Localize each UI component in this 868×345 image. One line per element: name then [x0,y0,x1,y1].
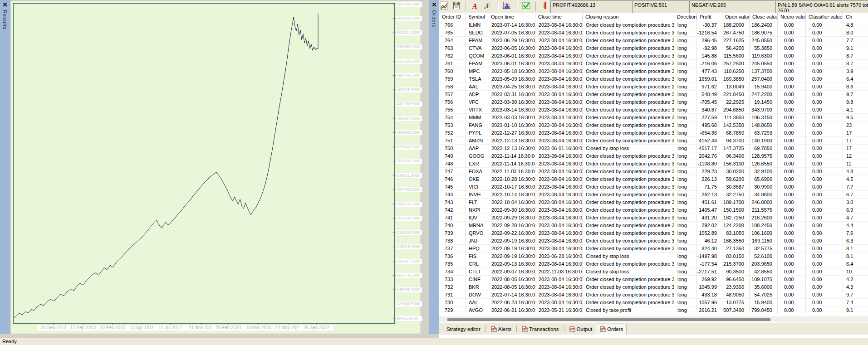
table-row[interactable]: 747FOXA2022-11-03 16:30:002023-08-04 16:… [439,168,868,175]
table-row[interactable]: 743FLT2022-10-04 16:30:002023-08-04 16:3… [439,199,868,206]
tab-alerts[interactable]: DOCAlerts [487,325,515,334]
table-row[interactable]: 763CTVA2023-06-05 16:30:002023-08-04 16:… [439,44,868,52]
cell-order-id: 765 [439,29,466,37]
column-header-ch[interactable]: Ch [843,13,868,21]
table-row[interactable]: 730AAL2022-06-23 16:30:002023-08-04 16:3… [439,299,868,306]
table-row[interactable]: 765SEDG2023-07-05 16:30:002023-08-04 16:… [439,29,868,37]
cell-close-value: 15.9400 [750,83,778,91]
table-row[interactable]: 755VRTX2023-03-14 16:30:002023-08-04 16:… [439,106,868,114]
save-icon[interactable] [452,1,462,11]
tab-strategy-editor[interactable]: Strategy editor [443,325,484,334]
table-row[interactable]: 759TSLA2023-05-09 16:30:002023-08-04 16:… [439,75,868,83]
cell-close-time: 2023-08-04 16:30:00 [535,214,583,222]
results-chart-icon[interactable] [440,1,450,11]
table-check-icon[interactable] [522,1,532,11]
letter-a-icon[interactable]: A [471,1,481,11]
cell-open-value: 27.1350 [722,245,750,253]
column-header-open-time[interactable]: Open time [488,13,535,21]
table-row[interactable]: 734CTLT2022-09-07 16:30:002022-11-03 16:… [439,268,868,276]
column-header-profit[interactable]: Profit [697,13,722,21]
column-header-close-time[interactable]: Close time [535,13,583,21]
cell-open-value: 294.6850 [722,106,750,114]
cell-symbol: EXR [466,160,488,168]
cell-ch: 12 [843,152,868,160]
cell-symbol: EPAM [466,37,488,44]
table-row[interactable]: 746OKE2022-10-28 16:30:002023-08-04 16:3… [439,175,868,183]
table-row[interactable]: 737HPQ2022-09-19 16:30:002023-08-04 16:3… [439,245,868,253]
table-row[interactable]: 762QCOM2023-06-01 16:30:002023-08-04 16:… [439,52,868,60]
cell-neuro-value: 0.00 [778,222,806,229]
table-row[interactable]: 733CINF2022-08-05 16:30:002023-08-04 16:… [439,276,868,283]
cell-ch: 4.8 [843,21,868,29]
cell-close-time: 2023-08-04 16:30:00 [535,68,583,75]
column-header-classifier-value[interactable]: Classifier value [806,13,843,21]
table-row[interactable]: 756VFC2023-03-30 16:30:002023-08-04 16:3… [439,98,868,106]
table-row[interactable]: 766ILMN2023-07-14 16:30:002023-08-04 16:… [439,21,868,29]
cell-open-time: 2023-06-05 16:30:00 [488,44,535,52]
histogram-icon[interactable] [502,1,512,11]
x-axis-label: 26 Sep 2022 [299,325,333,330]
close-results-button[interactable]: ✕ [0,0,10,9]
cell-symbol: IQV [466,214,488,222]
table-row[interactable]: 752PYPL2022-12-27 16:30:002023-08-04 16:… [439,129,868,137]
cell-profit: 226.13 [697,175,722,183]
column-header-close-value[interactable]: Close value [750,13,778,21]
table-row[interactable]: 739QRVO2022-09-22 16:30:002023-08-04 16:… [439,229,868,237]
cell-order-id: 748 [439,160,466,168]
cell-ch: 7.4 [843,299,868,306]
cell-open-time: 2022-11-14 16:30:00 [488,152,535,160]
cell-direction: long [674,253,697,260]
table-row[interactable]: 729AVGO2022-06-21 16:30:002023-05-31 16:… [439,306,868,314]
table-row[interactable]: 758AAL2023-04-25 16:30:002023-08-04 16:3… [439,83,868,91]
text-cursor-icon[interactable]: I [541,1,551,11]
column-header-order-id[interactable]: Order ID [439,13,466,21]
cell-order-id: 749 [439,152,466,160]
cell-open-time: 2022-09-22 16:30:00 [488,229,535,237]
cell-open-time: 2022-08-05 16:30:00 [488,283,535,291]
table-row[interactable]: 761EPAM2023-06-01 16:30:002023-08-04 16:… [439,60,868,68]
cell-direction: long [674,145,697,152]
cell-classifier-value: 0.00 [806,199,843,206]
cell-classifier-value: 0.00 [806,137,843,145]
tab-separator [516,326,517,332]
table-row[interactable]: 732BKR2022-08-05 16:30:002023-08-04 16:3… [439,283,868,291]
cell-neuro-value: 0.00 [778,260,806,268]
close-orders-button[interactable]: ✕ [429,0,439,9]
column-header-open-value[interactable]: Open value [722,13,750,21]
column-header-neuro-value[interactable]: Neuro value [778,13,806,21]
table-row[interactable]: 738JNJ2022-09-19 16:30:002023-08-04 16:3… [439,237,868,245]
table-row[interactable]: 742NXPI2022-09-30 16:30:002023-08-04 16:… [439,206,868,214]
add-function-icon[interactable]: F+ [483,1,493,11]
table-row[interactable]: 749GOOG2022-11-14 16:30:002023-08-04 16:… [439,152,868,160]
column-header-symbol[interactable]: Symbol [466,13,488,21]
cell-profit: 824.40 [697,245,722,253]
cell-close-time: 2023-08-04 16:30:00 [535,37,583,44]
scrollbar-thumb[interactable] [447,318,770,321]
cell-direction: long [674,106,697,114]
table-row[interactable]: 754MMM2023-03-03 16:30:002023-08-04 16:3… [439,114,868,121]
table-row[interactable]: 744INVH2022-10-14 16:30:002023-08-04 16:… [439,191,868,199]
table-row[interactable]: 748EXR2022-11-14 16:30:002023-08-04 16:3… [439,160,868,168]
horizontal-scrollbar[interactable] [439,316,868,322]
column-header-closing-reason[interactable]: Closing reason [583,13,674,21]
table-row[interactable]: 740MRNA2022-09-28 16:30:002023-08-04 16:… [439,222,868,229]
cell-profit: 1659.01 [697,75,722,83]
table-row[interactable]: 757ADP2023-03-31 16:30:002023-08-04 16:3… [439,91,868,98]
table-row[interactable]: 735CRL2022-09-13 16:30:002023-08-04 16:3… [439,260,868,268]
tab-output[interactable]: DOCOutput [566,325,596,334]
table-row[interactable]: 736FIS2022-09-19 16:30:002023-06-28 16:3… [439,253,868,260]
cell-neuro-value: 0.00 [778,75,806,83]
cell-direction: long [674,91,697,98]
table-row[interactable]: 741IQV2022-09-29 16:30:002023-08-04 16:3… [439,214,868,222]
table-row[interactable]: 751AMZN2022-12-13 16:30:002023-08-04 16:… [439,137,868,145]
table-row[interactable]: 764EPAM2023-06-29 16:30:002023-08-04 16:… [439,37,868,44]
tab-transactions[interactable]: DOCTransactions [518,325,562,334]
table-row[interactable]: 731DOW2022-07-14 16:30:002023-08-04 16:3… [439,291,868,299]
toolbar-separator [466,2,467,11]
table-row[interactable]: 760MPC2023-05-18 16:30:002023-08-04 16:3… [439,68,868,75]
tab-orders[interactable]: DOCOrders [596,324,627,335]
table-row[interactable]: 753FANG2023-01-10 16:30:002023-08-04 16:… [439,121,868,129]
table-row[interactable]: 745VICI2022-10-17 16:30:002023-08-04 16:… [439,183,868,191]
column-header-direction[interactable]: Direction [674,13,697,21]
table-row[interactable]: 750AAP2022-12-13 16:30:002023-06-01 16:3… [439,145,868,152]
